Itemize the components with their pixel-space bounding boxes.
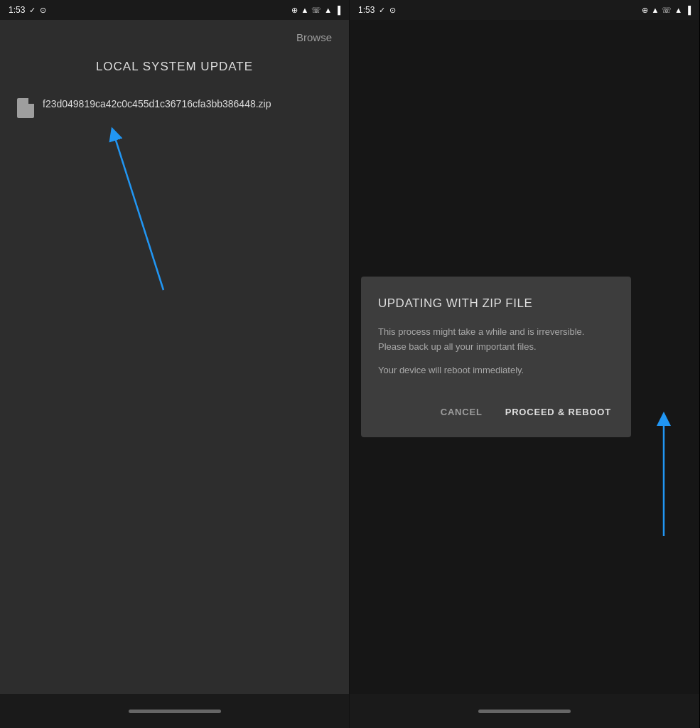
annotation-arrow-left (71, 119, 213, 297)
status-bar-right: 1:53 ✓ ⊙ ⊕ ▲ ☏ ▲ ▐ (350, 0, 699, 20)
vpn-icon: ⊕ (291, 6, 298, 15)
time-left: 1:53 (9, 5, 25, 15)
dialog-title: UPDATING WITH ZIP FILE (378, 296, 614, 311)
alarm-icon: ✓ (29, 6, 36, 15)
dialog-body-2: Your device will reboot immediately. (378, 363, 614, 378)
file-icon (17, 98, 34, 118)
nav-bar-left (0, 694, 349, 728)
file-name: f23d049819ca42c0c455d1c36716cfa3bb386448… (43, 97, 271, 112)
proceed-reboot-button[interactable]: PROCEED & REBOOT (502, 401, 614, 423)
battery-icon-r: ▐ (685, 6, 691, 14)
cancel-button[interactable]: CANCEL (438, 401, 485, 423)
dialog-body-1: This process might take a while and is i… (378, 325, 614, 355)
wifi-icon-r: ▲ (651, 6, 659, 14)
nav-pill-left (129, 710, 221, 713)
battery-icon: ▐ (335, 6, 340, 14)
dialog-buttons: CANCEL PROCEED & REBOOT (378, 401, 614, 423)
alarm-icon-r: ✓ (379, 6, 385, 15)
left-phone-screen: 1:53 ✓ ⊙ ⊕ ▲ ☏ ▲ ▐ Browse LOCAL SYSTEM U… (0, 0, 350, 728)
right-phone-screen: 1:53 ✓ ⊙ ⊕ ▲ ☏ ▲ ▐ UPDATING WITH ZIP FIL… (350, 0, 699, 728)
call-icon: ☏ (311, 6, 321, 15)
svg-line-1 (114, 134, 163, 290)
time-right: 1:53 (358, 5, 375, 15)
status-bar-left: 1:53 ✓ ⊙ ⊕ ▲ ☏ ▲ ▐ (0, 0, 349, 20)
status-icons-left: ⊕ ▲ ☏ ▲ ▐ (291, 6, 340, 15)
sync-icon-r: ⊙ (389, 6, 396, 15)
vpn-icon-r: ⊕ (642, 6, 648, 15)
nav-bar-right (350, 694, 699, 728)
signal-icon: ▲ (324, 6, 332, 14)
status-time-left: 1:53 ✓ ⊙ (9, 5, 46, 15)
file-item[interactable]: f23d049819ca42c0c455d1c36716cfa3bb386448… (17, 97, 332, 118)
nav-pill-right (478, 710, 571, 713)
left-screen-content: Browse LOCAL SYSTEM UPDATE f23d049819ca4… (0, 20, 349, 694)
update-dialog: UPDATING WITH ZIP FILE This process migh… (361, 277, 631, 437)
page-title: LOCAL SYSTEM UPDATE (17, 60, 332, 74)
status-time-right: 1:53 ✓ ⊙ (358, 5, 396, 15)
wifi-icon: ▲ (301, 6, 308, 14)
signal-icon-r: ▲ (674, 6, 682, 14)
status-icons-right: ⊕ ▲ ☏ ▲ ▐ (642, 6, 691, 15)
right-screen-content: UPDATING WITH ZIP FILE This process migh… (350, 20, 699, 694)
sync-icon: ⊙ (40, 6, 46, 15)
browse-button[interactable]: Browse (296, 31, 332, 43)
call-icon-r: ☏ (662, 6, 672, 15)
dialog-overlay: UPDATING WITH ZIP FILE This process migh… (350, 20, 699, 694)
